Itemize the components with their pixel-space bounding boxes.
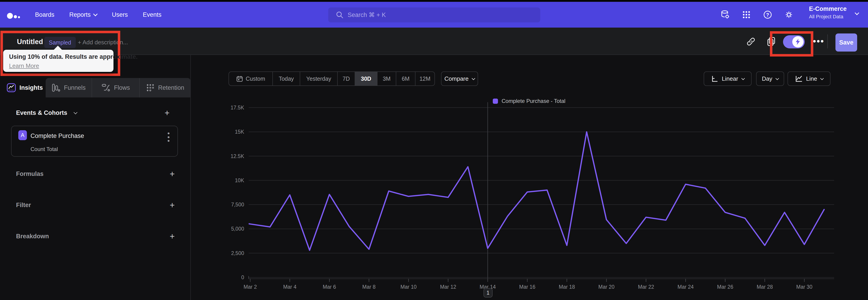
svg-text:0: 0 (241, 274, 244, 280)
svg-text:5,000: 5,000 (231, 226, 244, 232)
svg-text:Mar 16: Mar 16 (519, 284, 535, 290)
svg-text:17.5K: 17.5K (230, 105, 244, 111)
svg-text:Mar 4: Mar 4 (283, 284, 297, 290)
svg-text:15K: 15K (235, 129, 244, 135)
svg-text:Mar 2: Mar 2 (244, 284, 257, 290)
svg-text:7,500: 7,500 (231, 202, 244, 208)
svg-text:Mar 20: Mar 20 (598, 284, 615, 290)
svg-text:Mar 6: Mar 6 (323, 284, 336, 290)
svg-text:Mar 22: Mar 22 (638, 284, 654, 290)
svg-text:Mar 28: Mar 28 (756, 284, 773, 290)
svg-text:Mar 30: Mar 30 (796, 284, 813, 290)
svg-text:10K: 10K (235, 177, 244, 183)
svg-text:Mar 10: Mar 10 (401, 284, 417, 290)
mixpanel-insights-page: { "colors":{"accent":"#4C43DF","search_b… (0, 0, 868, 300)
pagination-page-button[interactable]: 1 (484, 288, 493, 298)
svg-text:Mar 26: Mar 26 (717, 284, 733, 290)
svg-text:Mar 24: Mar 24 (677, 284, 694, 290)
line-chart[interactable]: 02,5005,0007,50010K12.5K15K17.5KMar 2Mar… (0, 0, 868, 300)
svg-text:Mar 8: Mar 8 (362, 284, 376, 290)
svg-text:Mar 18: Mar 18 (559, 284, 575, 290)
svg-text:Mar 12: Mar 12 (440, 284, 456, 290)
svg-text:12.5K: 12.5K (230, 153, 244, 159)
svg-text:2,500: 2,500 (231, 250, 244, 256)
